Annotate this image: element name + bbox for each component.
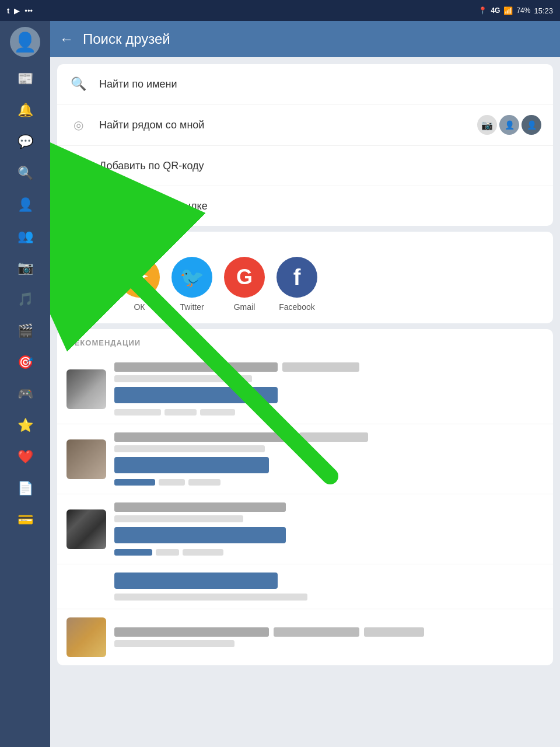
qr-icon: [69, 156, 88, 175]
table-row: [57, 354, 553, 424]
status-bar: t ▶ ••• 📍 4G 📶 74% 15:23: [0, 0, 560, 21]
avatar[interactable]: 👤: [10, 27, 40, 57]
table-row: [57, 424, 553, 494]
contacts-icon: 📞: [75, 266, 99, 289]
status-bar-right: 📍 4G 📶 74% 15:23: [478, 6, 553, 15]
find-by-name-item[interactable]: 🔍 Найти по имени: [57, 64, 553, 104]
header: ← Поиск друзей: [50, 21, 560, 57]
card-icon: 💳: [18, 512, 33, 528]
news-icon: 📰: [18, 71, 33, 86]
sidebar-item-profile[interactable]: 👤: [8, 190, 43, 219]
docs-icon: 📄: [18, 481, 33, 496]
search-icon: 🔍: [18, 166, 33, 181]
target-icon: 🎯: [18, 355, 33, 370]
time-label: 15:23: [534, 6, 553, 15]
svg-rect-8: [79, 170, 82, 173]
svg-rect-6: [79, 167, 82, 169]
twitter-circle: 🐦: [172, 257, 212, 298]
twitter-icon: 🐦: [180, 266, 204, 289]
import-contacts[interactable]: 📞 Контакты: [66, 257, 107, 312]
rec-info: [114, 362, 544, 416]
find-by-name-label: Найти по имени: [99, 78, 541, 90]
camera-icon: 📷: [18, 260, 33, 275]
more-icon: •••: [24, 6, 33, 15]
avatar: [66, 439, 106, 479]
avatar: [66, 617, 106, 657]
nearby-avatars: 📷 👤 👤: [477, 115, 541, 135]
video-icon: ▶: [14, 6, 20, 15]
sidebar-item-heart[interactable]: ❤️: [8, 442, 43, 472]
import-facebook[interactable]: f Facebook: [276, 257, 317, 312]
twitter-label: Twitter: [180, 302, 204, 312]
page-title: Поиск друзей: [83, 31, 170, 47]
add-qr-item[interactable]: Добавить по QR-коду: [57, 146, 553, 186]
sidebar-item-docs[interactable]: 📄: [8, 474, 43, 503]
contacts-label: Контакты: [69, 302, 104, 312]
gmail-label: Gmail: [234, 302, 256, 312]
avatar: [66, 509, 106, 549]
import-ok[interactable]: ✦ ОК: [119, 257, 160, 312]
table-row: [57, 609, 553, 665]
import-friends-card: ИМПОРТ ДРУЗЕЙ 📞 Контакты ✦ ОК 🐦: [57, 232, 553, 323]
contacts-circle: 📞: [66, 257, 107, 298]
status-bar-left: t ▶ •••: [7, 6, 33, 15]
sidebar-item-games[interactable]: 🎮: [8, 379, 43, 409]
sidebar-item-target[interactable]: 🎯: [8, 348, 43, 377]
rec-info: [114, 502, 544, 556]
content-area: 🔍 Найти по имени ◎ Найти рядом со мной 📷…: [50, 57, 560, 747]
svg-rect-9: [83, 170, 85, 173]
games-icon: 🎮: [18, 386, 33, 402]
sidebar-item-search[interactable]: 🔍: [8, 159, 43, 188]
sidebar-item-friends[interactable]: 👥: [8, 222, 43, 251]
camera-placeholder-icon: 📷: [477, 115, 497, 135]
sidebar-item-camera[interactable]: 📷: [8, 253, 43, 282]
find-nearby-item[interactable]: ◎ Найти рядом со мной 📷 👤 👤: [57, 104, 553, 146]
rec-info: [114, 432, 544, 486]
invite-link-item[interactable]: 🔗 Пригласить по ссылке: [57, 186, 553, 226]
sidebar-item-music[interactable]: 🎵: [8, 285, 43, 314]
sidebar-item-news[interactable]: 📰: [8, 64, 43, 93]
sidebar-item-bell[interactable]: 🔔: [8, 96, 43, 125]
star-icon: ⭐: [18, 418, 33, 433]
signal-icon: 📶: [503, 6, 513, 15]
gmail-circle: G: [224, 257, 265, 298]
network-label: 4G: [491, 6, 500, 15]
sidebar-item-card[interactable]: 💳: [8, 505, 43, 535]
import-section-title: ИМПОРТ ДРУЗЕЙ: [57, 232, 553, 257]
bell-icon: 🔔: [18, 103, 33, 118]
rec-info: [114, 573, 544, 601]
svg-rect-1: [72, 160, 76, 163]
battery-label: 74%: [516, 6, 530, 15]
nearby-avatar-2: 👤: [522, 115, 541, 135]
sidebar-item-chat[interactable]: 💬: [8, 127, 43, 156]
location-icon: 📍: [478, 6, 487, 15]
back-button[interactable]: ←: [60, 31, 74, 47]
music-icon: 🎵: [18, 292, 33, 307]
search-options-card: 🔍 Найти по имени ◎ Найти рядом со мной 📷…: [57, 64, 553, 226]
facebook-circle: f: [276, 257, 317, 298]
main-area: ← Поиск друзей 🔍 Найти по имени ◎ Найти …: [50, 21, 560, 747]
search-icon: 🔍: [69, 75, 88, 93]
ok-circle: ✦: [119, 257, 160, 298]
import-twitter[interactable]: 🐦 Twitter: [172, 257, 212, 312]
ok-icon: ✦: [130, 264, 149, 290]
find-nearby-label: Найти рядом со мной: [99, 119, 466, 131]
placeholder: [66, 581, 106, 592]
recommendations-title: РЕКОМЕНДАЦИИ: [57, 329, 553, 354]
facebook-icon: f: [293, 265, 301, 290]
recommendations-card: РЕКОМЕНДАЦИИ: [57, 329, 553, 665]
nearby-icon: ◎: [69, 116, 88, 134]
sidebar-item-star[interactable]: ⭐: [8, 411, 43, 440]
facebook-label: Facebook: [279, 302, 314, 312]
import-gmail[interactable]: G Gmail: [224, 257, 265, 312]
sidebar: 👤 📰 🔔 💬 🔍 👤 👥 📷 🎵 🎬 🎯 🎮 ⭐ ❤️ 📄 💳: [0, 21, 50, 747]
rec-info: [114, 627, 544, 647]
table-row: [57, 564, 553, 609]
add-qr-label: Добавить по QR-коду: [99, 160, 541, 172]
invite-link-label: Пригласить по ссылке: [99, 200, 541, 212]
friends-icon: 👥: [18, 229, 33, 244]
svg-rect-5: [72, 168, 76, 172]
sidebar-item-video[interactable]: 🎬: [8, 316, 43, 345]
nearby-avatar-1: 👤: [499, 115, 519, 135]
avatar: [66, 369, 106, 409]
